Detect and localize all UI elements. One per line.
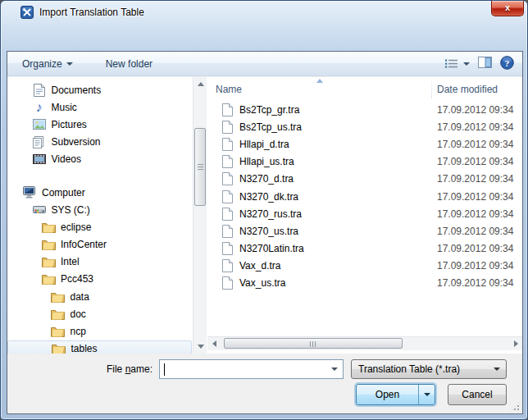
column-header-name[interactable]: Name [216,84,242,95]
tree-item[interactable]: doc [7,305,193,322]
preview-pane-icon [478,57,492,68]
folder-icon [51,326,66,337]
tree-item[interactable]: Documents [7,81,193,98]
navigation-tree: Documents ♪ Music Pictures Subversion Vi… [7,77,193,354]
organize-button[interactable]: Organize [16,55,80,73]
window-title: Import Translation Table [39,7,144,18]
file-row[interactable]: Bs2Tcp_gr.tra 17.09.2012 09:34 [207,101,522,118]
scroll-left-button[interactable] [207,337,221,350]
file-row[interactable]: N3270_d.tra 17.09.2012 09:34 [207,171,522,188]
dialog-client-area: Organize New folder [7,51,523,414]
file-icon [222,121,234,134]
resize-grip[interactable] [510,401,521,412]
scroll-right-button[interactable] [509,337,522,350]
content-panes: Documents ♪ Music Pictures Subversion Vi… [7,77,522,354]
tree-vertical-scrollbar[interactable] [193,77,207,354]
file-type-select[interactable]: Translation Table (*.tra) [351,359,507,379]
tree-item[interactable]: tables [7,340,192,354]
column-headers: Name Date modified [207,77,522,100]
preview-pane-button[interactable] [478,57,492,71]
list-view-icon [444,58,458,69]
file-row[interactable]: N3270_us.tra 17.09.2012 09:34 [207,222,522,240]
title-bar: Import Translation Table x [1,1,527,24]
file-icon [222,259,234,272]
tree-item[interactable]: InfoCenter [7,236,193,253]
dialog-footer: File name: Translation Table (*.tra) Ope… [7,354,522,413]
vertical-scroll-thumb[interactable] [194,128,206,206]
close-button[interactable]: x [491,1,524,16]
videos-icon [32,153,47,165]
file-name-combobox [159,359,344,379]
text-caret [164,363,165,376]
svg-text:?: ? [505,57,510,67]
file-icon [222,155,234,168]
tree-item[interactable]: Pcc453 [7,271,193,288]
help-icon: ? [500,56,514,70]
file-list-pane: Name Date modified Bs2Tcp_gr.tra 17.09.2… [207,77,522,354]
help-button[interactable]: ? [500,56,514,72]
folder-icon [41,239,56,250]
horizontal-scroll-thumb[interactable] [224,338,403,349]
folder-icon [51,308,66,320]
file-icon [222,172,234,185]
file-rows: Bs2Tcp_gr.tra 17.09.2012 09:34 Bs2Tcp_us… [207,101,522,292]
folder-icon [41,256,56,267]
scroll-down-button[interactable] [193,340,207,354]
music-icon: ♪ [32,102,47,113]
app-tools-icon [20,6,34,19]
tree-item[interactable]: eclipse [7,218,193,235]
file-name-label: File name: [7,363,152,375]
computer-icon [22,186,37,199]
file-row[interactable]: Hllapi_d.tra 17.09.2012 09:34 [207,135,522,153]
file-icon [222,138,234,151]
file-icon [222,276,234,290]
tree-item[interactable]: Subversion [7,134,193,151]
folder-icon [41,221,56,233]
open-dropdown-button[interactable] [418,385,435,404]
tree-item[interactable]: SYS (C:) [7,201,193,218]
tree-item[interactable]: ncp [7,322,193,340]
pictures-icon [32,119,47,130]
file-type-value: Translation Table (*.tra) [352,363,488,375]
sort-ascending-icon [316,79,323,83]
file-icon [222,190,234,203]
column-divider[interactable] [431,79,432,98]
file-name-input[interactable] [160,363,326,375]
folder-icon [52,343,66,354]
organize-dropdown-icon [66,62,73,66]
command-toolbar: Organize New folder [7,52,522,76]
file-row[interactable]: Vax_us.tra 17.09.2012 09:34 [207,275,522,292]
tree-item[interactable]: ♪ Music [7,98,193,116]
tree-item[interactable]: Computer [7,184,193,201]
file-icon [222,225,234,238]
file-row[interactable]: N3270_rus.tra 17.09.2012 09:34 [207,205,522,222]
open-button[interactable]: Open [357,385,418,404]
file-icon [222,208,234,221]
folder-icon [41,273,56,285]
tree-item[interactable]: Intel [7,253,193,271]
navigation-bar: « SYS (C:) Pcc453 tables [1,25,527,51]
tree-item[interactable]: Pictures [7,116,193,133]
open-split-button: Open [356,384,435,405]
tree-item[interactable]: data [7,288,193,305]
file-row[interactable]: Hllapi_us.tra 17.09.2012 09:34 [207,153,522,171]
import-dialog-window: Import Translation Table x [0,0,528,420]
disk-icon [32,204,47,215]
file-row[interactable]: N3270_dk.tra 17.09.2012 09:34 [207,188,522,205]
folder-icon [51,291,66,303]
views-dropdown-icon [463,62,470,66]
file-row[interactable]: N3270Latin.tra 17.09.2012 09:34 [207,240,522,258]
file-name-dropdown-icon[interactable] [326,360,343,378]
cancel-button[interactable]: Cancel [448,384,507,405]
column-header-date-modified[interactable]: Date modified [437,84,498,95]
file-row[interactable]: Bs2Tcp_us.tra 17.09.2012 09:34 [207,118,522,135]
file-row[interactable]: Vax_d.tra 17.09.2012 09:34 [207,258,522,275]
change-view-button[interactable] [444,58,470,69]
tree-item[interactable]: Videos [7,151,193,168]
new-folder-button[interactable]: New folder [99,55,159,73]
scroll-up-button[interactable] [193,77,207,91]
subversion-icon [32,136,47,148]
file-icon [222,103,234,116]
list-horizontal-scrollbar[interactable] [207,336,522,350]
file-type-dropdown-icon [488,360,506,378]
